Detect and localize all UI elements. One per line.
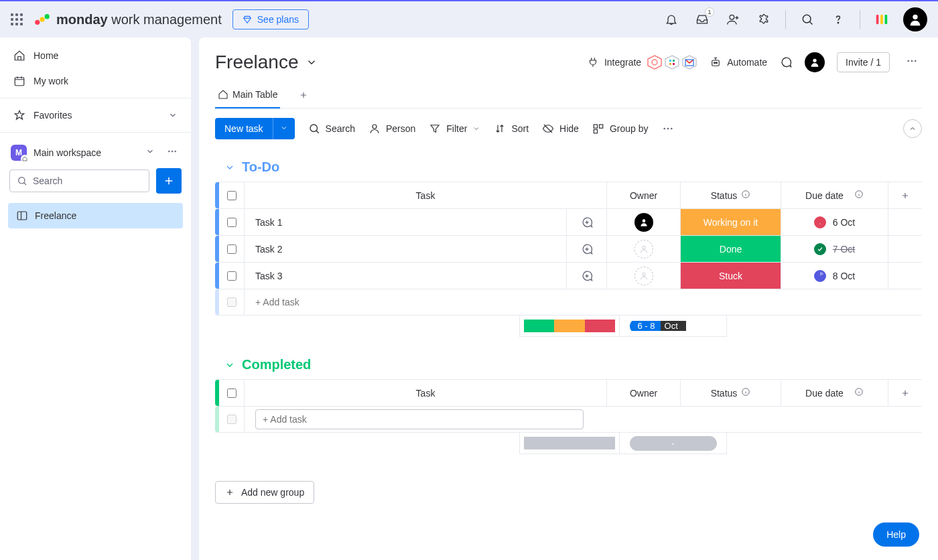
inbox-badge: 1 [705,7,714,17]
column-task[interactable]: Task [245,182,607,208]
due-date-summary[interactable]: 6 - 8 Oct [620,316,727,337]
row-checkbox[interactable] [219,209,245,235]
toolbar-search[interactable]: Search [308,123,355,135]
row-checkbox[interactable] [219,263,245,289]
add-view-button[interactable] [293,85,314,107]
due-date-cell[interactable]: 8 Oct [781,263,888,289]
help-button[interactable]: Help [873,522,919,547]
help-icon[interactable] [829,10,848,29]
nav-my-work[interactable]: My work [0,68,191,94]
board-options-icon[interactable] [902,51,922,73]
info-icon[interactable] [741,190,750,201]
add-task-row[interactable] [215,406,922,433]
owner-cell[interactable] [607,209,681,235]
tab-main-table[interactable]: Main Table [215,84,280,108]
search-everything-icon[interactable] [798,10,817,29]
apps-grid-icon[interactable] [11,13,23,25]
add-task-input[interactable] [255,297,584,307]
task-name-cell[interactable]: Task 3 [245,263,567,289]
select-all-checkbox[interactable] [219,182,245,208]
toolbar-sort[interactable]: Sort [494,123,529,135]
svg-rect-8 [885,15,888,25]
column-status[interactable]: Status [681,380,781,406]
board-icon [16,210,28,222]
status-summary[interactable] [519,316,620,337]
column-owner[interactable]: Owner [607,182,681,208]
svg-point-9 [913,15,917,19]
board-owner-avatar[interactable] [805,52,825,72]
owner-cell[interactable] [607,236,681,262]
apps-marketplace-icon[interactable] [754,10,773,29]
product-switcher-icon[interactable] [872,10,891,29]
select-all-checkbox[interactable] [219,380,245,406]
row-checkbox[interactable] [219,236,245,262]
toolbar-hide[interactable]: Hide [542,123,579,135]
group-header-todo[interactable]: To-Do [215,159,922,175]
column-due-date[interactable]: Due date [781,380,888,406]
task-name-cell[interactable]: Task 2 [245,236,567,262]
collapse-toolbar-button[interactable] [903,119,922,138]
column-owner[interactable]: Owner [607,380,681,406]
chevron-down-icon [224,162,235,173]
add-group-button[interactable]: Add new group [215,481,314,504]
filter-icon [429,123,441,135]
add-task-input[interactable] [255,409,584,429]
workspace-menu-icon[interactable] [164,143,180,161]
sidebar-board-freelance[interactable]: Freelance [8,203,183,228]
board-title[interactable]: Freelance [215,52,318,73]
inbox-icon[interactable]: 1 [693,10,712,29]
toolbar-group-by[interactable]: Group by [592,123,649,135]
add-task-row[interactable] [215,289,922,316]
notifications-icon[interactable] [662,10,681,29]
invite-members-icon[interactable] [724,10,742,29]
column-task[interactable]: Task [245,380,607,406]
svg-point-14 [19,178,25,184]
integrate-button[interactable]: Integrate [587,54,697,70]
task-name-cell[interactable]: Task 1 [245,209,567,235]
add-column-button[interactable] [888,380,922,406]
see-plans-button[interactable]: See plans [232,9,309,29]
conversation-icon[interactable] [567,236,607,262]
status-cell[interactable]: Working on it [681,209,781,235]
status-cell[interactable]: Stuck [681,263,781,289]
table-row: Task 3 Stuck 8 Oct [215,262,922,289]
table-header: Task Owner Status Due date [215,379,922,406]
svg-point-1 [40,17,44,21]
new-task-button[interactable]: New task [215,118,295,139]
conversation-icon[interactable] [567,263,607,289]
board-discussion-icon[interactable] [779,56,793,69]
person-icon [368,123,381,135]
svg-marker-16 [648,56,661,69]
info-icon[interactable] [741,387,750,399]
due-date-cell[interactable]: 6 Oct [781,209,888,235]
conversation-icon[interactable] [567,209,607,235]
column-due-date[interactable]: Due date [781,182,888,208]
toolbar-more-icon[interactable] [662,123,674,135]
info-icon[interactable] [854,387,864,399]
group-header-completed[interactable]: Completed [215,357,922,372]
status-cell[interactable]: Done [681,236,781,262]
automate-button[interactable]: Automate [710,56,767,68]
add-item-button[interactable] [156,168,182,194]
main-content: Freelance Integrate Automate [199,38,938,560]
workspace-selector[interactable]: M Main workspace [0,137,191,168]
owner-cell[interactable] [607,263,681,289]
nav-favorites[interactable]: Favorites [0,102,191,128]
invite-button[interactable]: Invite / 1 [837,52,890,72]
info-icon[interactable] [854,190,864,201]
topbar-actions: 1 [662,7,927,31]
profile-avatar[interactable] [903,7,927,31]
toolbar-filter[interactable]: Filter [429,123,480,135]
add-column-button[interactable] [888,182,922,208]
svg-rect-20 [673,60,675,62]
toolbar-person[interactable]: Person [368,123,415,135]
chevron-down-icon[interactable] [143,144,157,161]
new-task-dropdown[interactable] [273,118,295,139]
svg-point-30 [911,60,913,62]
column-status[interactable]: Status [681,182,781,208]
nav-home[interactable]: Home [0,43,191,68]
chevron-down-icon [306,56,318,68]
due-date-cell[interactable]: 7 Oct [781,236,888,262]
alert-icon [814,216,826,228]
sidebar-search-input[interactable]: Search [9,169,149,192]
